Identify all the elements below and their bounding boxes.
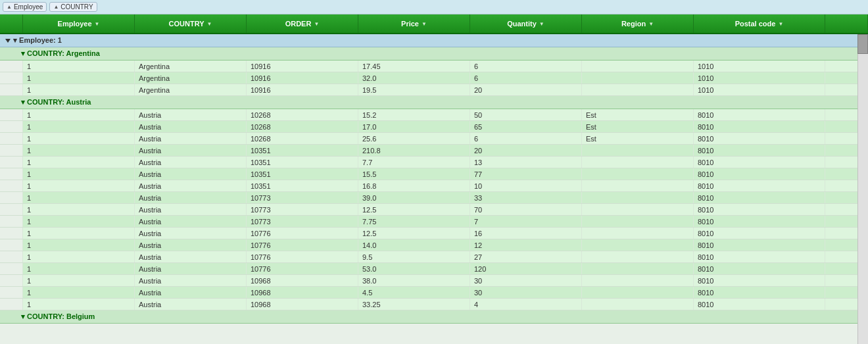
- table-row[interactable]: 1 Austria 10776 12.5 16 8010: [0, 228, 868, 239]
- table-row[interactable]: 1 Austria 10268 15.2 50 Est 8010: [0, 109, 868, 121]
- cell-rownum: [0, 145, 23, 156]
- cell-order: 10351: [247, 145, 358, 156]
- cell-order: 10916: [247, 84, 358, 95]
- sort-icon-postal: ▼: [778, 21, 783, 27]
- cell-employee: 1: [23, 157, 135, 168]
- table-row[interactable]: 1 Austria 10968 38.0 30 8010: [0, 275, 868, 287]
- cell-country: Austria: [135, 251, 247, 262]
- table-row[interactable]: 1 Austria 10776 9.5 27 8010: [0, 251, 868, 263]
- cell-country: Austria: [135, 121, 247, 132]
- cell-region: [582, 263, 694, 274]
- table-row[interactable]: 1 Austria 10351 210.8 20 8010: [0, 145, 868, 157]
- header-quantity[interactable]: Quantity ▼: [470, 14, 582, 33]
- cell-region: Est: [582, 121, 694, 132]
- header-country[interactable]: COUNTRY ▼: [135, 14, 247, 33]
- cell-price: 16.8: [358, 180, 470, 191]
- cell-postal: 8010: [694, 216, 825, 227]
- cell-rownum: [0, 228, 23, 239]
- cell-price: 4.5: [358, 287, 470, 298]
- table-row[interactable]: 1 Austria 10968 33.25 4 8010: [0, 299, 868, 310]
- cell-order: 10968: [247, 287, 358, 298]
- header-postal[interactable]: Postal code ▼: [694, 14, 825, 33]
- cell-region: [582, 72, 694, 84]
- table-row[interactable]: 1 Austria 10773 7.75 7 8010: [0, 216, 868, 228]
- table-row[interactable]: 1 Argentina 10916 19.5 20 1010: [0, 84, 868, 96]
- table-row[interactable]: 1 Austria 10351 15.5 77 8010: [0, 168, 868, 180]
- cell-price: 7.7: [358, 157, 470, 168]
- cell-employee: 1: [23, 109, 135, 120]
- table-row[interactable]: 1 Austria 10773 12.5 70 8010: [0, 204, 868, 216]
- cell-postal: 1010: [694, 61, 825, 72]
- cell-region: [582, 180, 694, 191]
- sort-icon-country: ▼: [207, 21, 212, 27]
- cell-employee: 1: [23, 72, 135, 84]
- cell-country: Austria: [135, 239, 247, 251]
- group-header-country[interactable]: ▾ COUNTRY: Belgium: [0, 310, 868, 324]
- header-order[interactable]: ORDER ▼: [247, 14, 358, 33]
- cell-rownum: [0, 180, 23, 191]
- cell-employee: 1: [23, 299, 135, 310]
- cell-rownum: [0, 121, 23, 132]
- cell-postal: 8010: [694, 204, 825, 215]
- cell-price: 33.25: [358, 299, 470, 310]
- cell-price: 17.0: [358, 121, 470, 132]
- cell-rownum: [0, 204, 23, 215]
- cell-price: 19.5: [358, 84, 470, 95]
- group-header-country[interactable]: ▾ COUNTRY: Argentina: [0, 47, 868, 61]
- cell-order: 10351: [247, 168, 358, 180]
- cell-region: [582, 239, 694, 251]
- cell-employee: 1: [23, 192, 135, 203]
- table-row[interactable]: 1 Austria 10776 53.0 120 8010: [0, 263, 868, 275]
- cell-postal: 8010: [694, 275, 825, 286]
- table-row[interactable]: 1 Austria 10268 17.0 65 Est 8010: [0, 121, 868, 133]
- cell-price: 7.75: [358, 216, 470, 227]
- cell-order: 10268: [247, 121, 358, 132]
- table-row[interactable]: 1 Austria 10968 4.5 30 8010: [0, 287, 868, 299]
- cell-quantity: 16: [470, 228, 582, 239]
- table-row[interactable]: 1 Austria 10351 7.7 13 8010: [0, 157, 868, 168]
- cell-employee: 1: [23, 251, 135, 262]
- sort-icon-employee: ▼: [95, 21, 100, 27]
- cell-country: Austria: [135, 109, 247, 120]
- table-row[interactable]: 1 Austria 10773 39.0 33 8010: [0, 192, 868, 204]
- cell-order: 10351: [247, 157, 358, 168]
- table-row[interactable]: 1 Austria 10776 14.0 12 8010: [0, 239, 868, 251]
- header-price[interactable]: Price ▼: [358, 14, 470, 33]
- sort-pill-country[interactable]: ▲ COUNTRY: [49, 2, 97, 12]
- group-header-country[interactable]: ▾ COUNTRY: Austria: [0, 96, 868, 109]
- cell-rownum: [0, 168, 23, 180]
- table-row[interactable]: 1 Austria 10268 25.6 6 Est 8010: [0, 133, 868, 145]
- header-region[interactable]: Region ▼: [582, 14, 694, 33]
- header-employee[interactable]: Employee ▼: [23, 14, 135, 33]
- scrollbar[interactable]: [857, 34, 868, 344]
- cell-rownum: [0, 192, 23, 203]
- cell-order: 10776: [247, 228, 358, 239]
- cell-rownum: [0, 287, 23, 298]
- cell-rownum: [0, 157, 23, 168]
- cell-price: 9.5: [358, 251, 470, 262]
- sort-pill-employee[interactable]: ▲ Employee: [3, 2, 47, 12]
- cell-postal: 8010: [694, 239, 825, 251]
- cell-quantity: 33: [470, 192, 582, 203]
- cell-country: Argentina: [135, 61, 247, 72]
- cell-quantity: 30: [470, 275, 582, 286]
- table-row[interactable]: 1 Austria 10351 16.8 10 8010: [0, 180, 868, 192]
- group-header-employee[interactable]: ▾ Employee: 1: [0, 34, 868, 47]
- table-row[interactable]: 1 Argentina 10916 32.0 6 1010: [0, 72, 868, 84]
- cell-rownum: [0, 216, 23, 227]
- cell-region: [582, 287, 694, 298]
- cell-quantity: 7: [470, 216, 582, 227]
- cell-region: [582, 275, 694, 286]
- cell-country: Austria: [135, 204, 247, 215]
- cell-employee: 1: [23, 239, 135, 251]
- cell-order: 10776: [247, 263, 358, 274]
- cell-rownum: [0, 61, 23, 72]
- cell-country: Austria: [135, 168, 247, 180]
- cell-order: 10351: [247, 180, 358, 191]
- cell-region: [582, 168, 694, 180]
- table-container: ▾ Employee: 1▾ COUNTRY: Argentina 1 Arge…: [0, 34, 868, 344]
- cell-country: Austria: [135, 263, 247, 274]
- scrollbar-thumb[interactable]: [857, 34, 868, 54]
- cell-quantity: 13: [470, 157, 582, 168]
- table-row[interactable]: 1 Argentina 10916 17.45 6 1010: [0, 61, 868, 72]
